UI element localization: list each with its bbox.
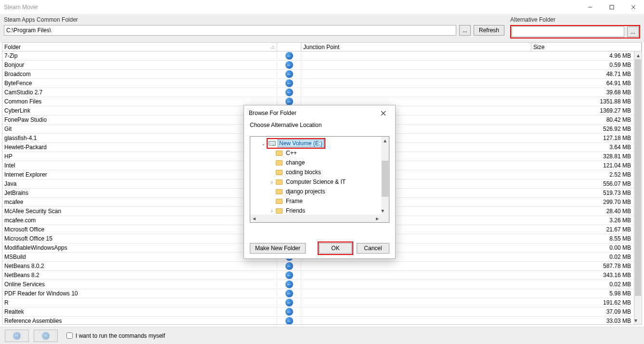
scroll-up-icon[interactable]: ▴ (381, 137, 389, 144)
tree-scrollbar-horizontal[interactable]: ◂ ▸ (250, 215, 381, 222)
cell-size: 64.91 MB (531, 80, 634, 87)
alternative-folder-label: Alternative Folder (510, 16, 640, 23)
cell-folder: ModifiableWindowsApps (2, 244, 277, 251)
cell-size: 3.64 MB (531, 144, 634, 151)
column-header-size[interactable]: Size (531, 43, 642, 51)
cell-size: 2.52 MB (531, 171, 634, 178)
cell-folder: Java (2, 180, 277, 187)
table-row[interactable]: 7-Zip4.96 MB (2, 51, 634, 61)
table-row[interactable]: ByteFence64.91 MB (2, 79, 634, 88)
alternative-folder-input[interactable] (512, 26, 624, 37)
cell-folder: Git (2, 126, 277, 132)
cell-size: 28.40 MB (531, 208, 634, 215)
scroll-left-icon[interactable]: ◂ (250, 215, 258, 222)
table-row[interactable]: PDF Reader for Windows 105.98 MB (2, 289, 634, 298)
tree-item[interactable]: change (250, 158, 381, 167)
cell-arrow[interactable] (277, 299, 301, 306)
cell-folder: glassfish-4.1 (2, 135, 277, 141)
cell-arrow[interactable] (277, 271, 301, 279)
run-commands-checkbox[interactable]: I want to run the commands myself (66, 332, 165, 339)
tree-item[interactable]: coding blocks (250, 167, 381, 177)
tree-item-label: coding blocks (285, 169, 322, 176)
source-folder-input[interactable] (4, 25, 456, 36)
cell-arrow[interactable] (277, 61, 301, 69)
cell-folder: PDF Reader for Windows 10 (2, 290, 277, 297)
column-header-folder[interactable]: Folder △ (2, 43, 277, 51)
table-row[interactable]: Reference Assemblies33.03 MB (2, 317, 634, 324)
cell-size: 519.73 MB (531, 190, 634, 196)
cell-size: 299.70 MB (531, 199, 634, 205)
arrow-left-icon (285, 52, 293, 60)
table-row[interactable]: Realtek37.09 MB (2, 307, 634, 317)
cell-folder: Microsoft Office (2, 226, 277, 233)
dialog-close-button[interactable] (376, 106, 390, 120)
cell-arrow[interactable] (277, 79, 301, 87)
move-right-button[interactable] (34, 330, 58, 342)
make-new-folder-button[interactable]: Make New Folder (250, 243, 306, 254)
cell-arrow[interactable] (277, 89, 301, 96)
chevron-icon[interactable]: ⌄ (260, 141, 267, 146)
cell-folder: Internet Explorer (2, 171, 277, 178)
table-row[interactable]: Broadcom48.71 MB (2, 70, 634, 79)
tree-item-label: Friends (285, 207, 306, 214)
table-row[interactable]: NetBeans 8.2343.16 MB (2, 271, 634, 280)
cell-arrow[interactable] (277, 52, 301, 60)
chevron-icon[interactable]: › (269, 208, 275, 214)
cell-size: 587.78 MB (531, 263, 634, 269)
arrow-left-icon (285, 262, 293, 270)
tree-item[interactable]: ›Friends (250, 206, 381, 215)
scroll-down-icon[interactable]: ▾ (381, 207, 384, 215)
grid-scrollbar[interactable]: ▴ ▾ (634, 51, 642, 324)
scroll-right-icon[interactable]: ▸ (374, 215, 381, 222)
cell-folder: mcafee.com (2, 217, 277, 224)
browse-source-button[interactable]: ... (459, 25, 471, 36)
cell-folder: R (2, 299, 277, 306)
cell-arrow[interactable] (277, 317, 301, 324)
table-row[interactable]: R191.62 MB (2, 298, 634, 307)
column-header-arrow[interactable] (277, 43, 301, 51)
cell-arrow[interactable] (277, 290, 301, 297)
column-header-junction[interactable]: Junction Point (301, 43, 531, 51)
browse-alternative-button[interactable]: ... (627, 26, 639, 37)
table-row[interactable]: NetBeans 8.0.2587.78 MB (2, 262, 634, 271)
window-minimize-button[interactable] (579, 0, 601, 14)
tree-item[interactable]: ⌄New Volume (E:) (250, 139, 381, 148)
cell-arrow[interactable] (277, 280, 301, 288)
table-row[interactable]: CamStudio 2.739.68 MB (2, 88, 634, 97)
cell-size: 48.71 MB (531, 71, 634, 77)
cell-folder: Common Files (2, 98, 277, 105)
table-row[interactable]: Bonjour0.59 MB (2, 61, 634, 70)
move-left-button[interactable] (5, 330, 29, 342)
tree-item[interactable]: ›Computer Science & IT (250, 177, 381, 187)
tree-item[interactable]: C++ (250, 148, 381, 158)
scroll-down-icon[interactable]: ▾ (634, 317, 637, 324)
tree-item[interactable]: django projects (250, 187, 381, 196)
table-row[interactable]: Online Services0.02 MB (2, 280, 634, 289)
cell-arrow[interactable] (277, 98, 301, 105)
run-commands-label: I want to run the commands myself (76, 332, 165, 339)
cell-folder: McAfee Security Scan (2, 208, 277, 215)
cell-folder: CamStudio 2.7 (2, 89, 277, 96)
dialog-subtitle: Choose Alternative Location (244, 121, 395, 132)
cell-folder: ByteFence (2, 80, 277, 87)
scroll-thumb[interactable] (382, 161, 388, 197)
folder-icon (275, 207, 283, 214)
alternative-folder-row-highlight: ... (510, 25, 640, 38)
window-maximize-button[interactable] (601, 0, 622, 14)
arrow-left-icon (285, 317, 293, 324)
tree-scrollbar-vertical[interactable]: ▴ ▾ (381, 137, 389, 215)
scroll-up-icon[interactable]: ▴ (634, 51, 642, 59)
cell-folder: HP (2, 153, 277, 160)
cell-size: 21.67 MB (531, 226, 634, 233)
arrow-left-icon (285, 70, 293, 78)
tree-item[interactable]: Frame (250, 196, 381, 206)
window-close-button[interactable] (622, 0, 644, 14)
cancel-button[interactable]: Cancel (357, 243, 389, 254)
cell-arrow[interactable] (277, 70, 301, 78)
scroll-thumb[interactable] (635, 59, 641, 296)
refresh-button[interactable]: Refresh (474, 25, 504, 36)
cell-arrow[interactable] (277, 262, 301, 270)
ok-button[interactable]: OK (319, 243, 352, 254)
cell-arrow[interactable] (277, 308, 301, 316)
chevron-icon[interactable]: › (269, 179, 275, 185)
